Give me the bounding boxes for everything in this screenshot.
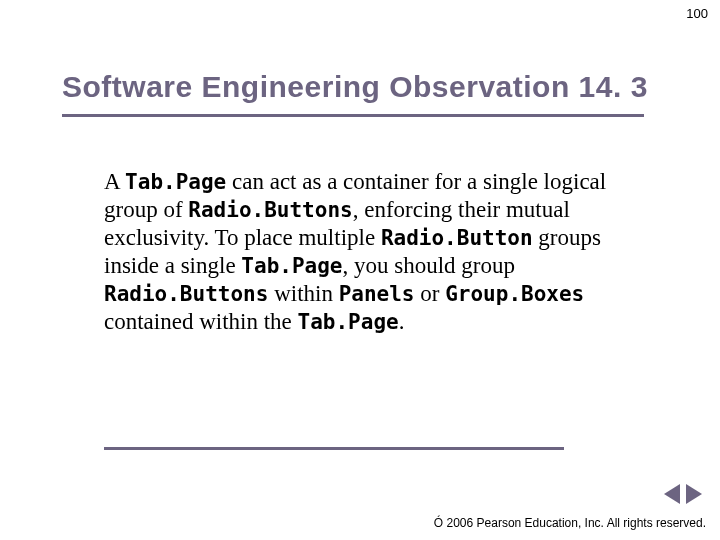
- page-number: 100: [686, 6, 708, 21]
- code-radiobutton: Radio.Button: [381, 226, 533, 250]
- body-frag: or: [415, 281, 446, 306]
- slide-title: Software Engineering Observation 14. 3: [62, 70, 648, 104]
- body-frag: contained within the: [104, 309, 298, 334]
- title-divider: [62, 114, 644, 117]
- code-radiobuttons: Radio.Buttons: [104, 282, 268, 306]
- code-radiobuttons: Radio.Buttons: [188, 198, 352, 222]
- code-tabpage: Tab.Page: [298, 310, 399, 334]
- nav-arrows: [662, 484, 702, 508]
- code-tabpage: Tab.Page: [241, 254, 342, 278]
- copyright-footer: Ó 2006 Pearson Education, Inc. All right…: [434, 516, 706, 530]
- code-panels: Panels: [339, 282, 415, 306]
- prev-arrow-icon[interactable]: [664, 484, 680, 504]
- body-frag: A: [104, 169, 125, 194]
- code-groupboxes: Group.Boxes: [445, 282, 584, 306]
- body-text: A Tab.Page can act as a container for a …: [104, 168, 614, 336]
- code-tabpage: Tab.Page: [125, 170, 226, 194]
- bottom-divider: [104, 447, 564, 450]
- body-frag: within: [268, 281, 338, 306]
- next-arrow-icon[interactable]: [686, 484, 702, 504]
- body-frag: , you should group: [343, 253, 516, 278]
- body-frag: .: [399, 309, 405, 334]
